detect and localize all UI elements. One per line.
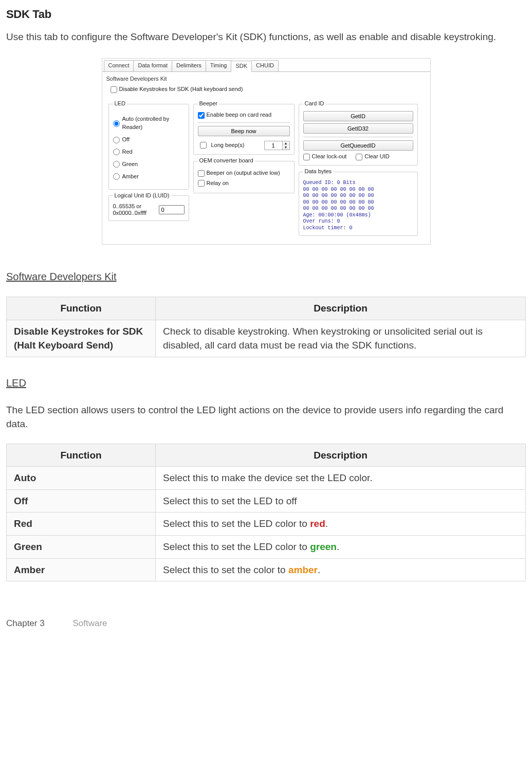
led-legend: LED bbox=[113, 100, 127, 108]
beeper-on-checkbox[interactable] bbox=[198, 170, 205, 177]
table-row: Red Select this to set the LED color to … bbox=[7, 512, 526, 536]
sdk-table: Function Description Disable Keystrokes … bbox=[6, 297, 526, 357]
led-radio-green[interactable] bbox=[113, 161, 120, 168]
group-title: Software Developers Kit bbox=[102, 72, 430, 83]
databytes-group: Data bytes Queued ID: 0 Bits 00 00 00 00… bbox=[299, 168, 418, 236]
tab-sdk[interactable]: SDK bbox=[231, 61, 252, 72]
table-row: Amber Select this to set the color to am… bbox=[7, 558, 526, 581]
led-fn-off: Off bbox=[7, 489, 156, 512]
tab-timing[interactable]: Timing bbox=[206, 60, 232, 71]
led-fn-green: Green bbox=[7, 535, 156, 558]
sdk-th-description: Description bbox=[156, 297, 526, 320]
luid-input[interactable] bbox=[159, 205, 185, 214]
getid32-button[interactable]: GetID32 bbox=[303, 123, 413, 134]
clear-lockout-checkbox[interactable] bbox=[303, 154, 310, 160]
led-radio-off[interactable] bbox=[113, 137, 120, 143]
getid-button[interactable]: GetID bbox=[303, 111, 413, 121]
databytes-dump: Queued ID: 0 Bits 00 00 00 00 00 00 00 0… bbox=[303, 180, 413, 231]
led-th-description: Description bbox=[156, 444, 526, 467]
led-fn-amber: Amber bbox=[7, 558, 156, 581]
sdk-dialog: Connect Data format Delimiters Timing SD… bbox=[102, 58, 431, 245]
beep-now-button[interactable]: Beep now bbox=[198, 126, 290, 136]
oem-legend: OEM converter board bbox=[198, 157, 255, 165]
relay-on-checkbox[interactable] bbox=[198, 180, 205, 187]
long-beep-value[interactable] bbox=[265, 141, 282, 150]
led-desc-off: Select this to set the LED to off bbox=[156, 489, 526, 512]
led-table: Function Description Auto Select this to… bbox=[6, 444, 526, 581]
led-desc-red: Select this to set the LED color to red. bbox=[156, 512, 526, 536]
led-opt-green: Green bbox=[122, 160, 138, 169]
led-fn-auto: Auto bbox=[7, 467, 156, 490]
table-row: Auto Select this to make the device set … bbox=[7, 467, 526, 490]
led-desc-amber: Select this to set the color to amber. bbox=[156, 558, 526, 581]
footer-section: Software bbox=[72, 618, 107, 628]
tab-chuid[interactable]: CHUID bbox=[251, 60, 279, 71]
led-opt-amber: Amber bbox=[122, 173, 139, 181]
beeper-on-label: Beeper on (output active low) bbox=[207, 169, 280, 177]
luid-group: Logical Unit ID (LUID) 0..65535 or 0x000… bbox=[108, 192, 189, 221]
led-intro-text: The LED section allows users to control … bbox=[6, 403, 526, 431]
section-sdk-heading: Software Developers Kit bbox=[6, 269, 526, 284]
getqueuedid-button[interactable]: GetQueuedID bbox=[303, 140, 413, 151]
page-footer: Chapter 3 Software bbox=[6, 617, 526, 630]
spin-up-icon[interactable]: ▲ bbox=[283, 141, 289, 145]
led-group: LED Auto (controlled by Reader) Off Red … bbox=[108, 100, 189, 190]
clear-uid-checkbox[interactable] bbox=[356, 154, 362, 160]
table-row: Green Select this to set the LED color t… bbox=[7, 535, 526, 558]
led-opt-red: Red bbox=[122, 148, 133, 156]
enable-beep-checkbox[interactable] bbox=[198, 112, 205, 119]
tab-connect[interactable]: Connect bbox=[104, 60, 134, 71]
section-led-heading: LED bbox=[6, 376, 526, 391]
oem-group: OEM converter board Beeper on (output ac… bbox=[193, 157, 295, 193]
cardid-legend: Card ID bbox=[303, 100, 326, 108]
luid-legend: Logical Unit ID (LUID) bbox=[113, 192, 171, 200]
luid-range: 0..65535 or 0x0000..0xffff bbox=[113, 203, 156, 216]
relay-on-label: Relay on bbox=[207, 179, 229, 188]
led-desc-auto: Select this to make the device set the L… bbox=[156, 467, 526, 490]
page-title: SDK Tab bbox=[6, 6, 526, 23]
led-radio-amber[interactable] bbox=[113, 173, 120, 180]
tab-data-format[interactable]: Data format bbox=[133, 60, 172, 71]
table-row: Disable Keystrokes for SDK (Halt Keyboar… bbox=[7, 320, 526, 357]
led-th-function: Function bbox=[7, 444, 156, 467]
clear-uid-label: Clear UID bbox=[364, 153, 389, 161]
led-desc-green: Select this to set the LED color to gree… bbox=[156, 535, 526, 558]
long-beep-spinner[interactable]: ▲▼ bbox=[264, 141, 290, 150]
screenshot-figure: Connect Data format Delimiters Timing SD… bbox=[6, 58, 526, 245]
beeper-legend: Beeper bbox=[198, 100, 219, 108]
led-radio-auto[interactable] bbox=[113, 120, 120, 127]
long-beep-label: Long beep(s) bbox=[211, 141, 245, 150]
table-row: Off Select this to set the LED to off bbox=[7, 489, 526, 512]
tab-strip: Connect Data format Delimiters Timing SD… bbox=[102, 59, 430, 72]
led-opt-off: Off bbox=[122, 136, 130, 144]
footer-chapter: Chapter 3 bbox=[6, 618, 45, 628]
databytes-legend: Data bytes bbox=[303, 168, 334, 176]
disable-keystrokes-checkbox[interactable] bbox=[111, 86, 117, 93]
spin-down-icon[interactable]: ▼ bbox=[283, 145, 289, 150]
sdk-row-desc: Check to disable keystroking. When keyst… bbox=[156, 320, 526, 357]
led-opt-auto: Auto (controlled by Reader) bbox=[122, 115, 185, 132]
disable-keystrokes-label: Disable Keystrokes for SDK (Halt keyboar… bbox=[119, 85, 243, 94]
cardid-group: Card ID GetID GetID32 GetQueuedID Clear … bbox=[299, 100, 418, 166]
long-beep-checkbox[interactable] bbox=[200, 142, 207, 149]
sdk-row-fn: Disable Keystrokes for SDK (Halt Keyboar… bbox=[7, 320, 156, 357]
intro-text: Use this tab to configure the Software D… bbox=[6, 30, 526, 44]
clear-lockout-label: Clear lock-out bbox=[312, 153, 347, 161]
led-fn-red: Red bbox=[7, 512, 156, 536]
led-radio-red[interactable] bbox=[113, 149, 120, 155]
tab-delimiters[interactable]: Delimiters bbox=[172, 60, 206, 71]
enable-beep-label: Enable beep on card read bbox=[207, 111, 272, 119]
beeper-group: Beeper Enable beep on card read Beep now… bbox=[193, 100, 295, 155]
sdk-th-function: Function bbox=[7, 297, 156, 320]
